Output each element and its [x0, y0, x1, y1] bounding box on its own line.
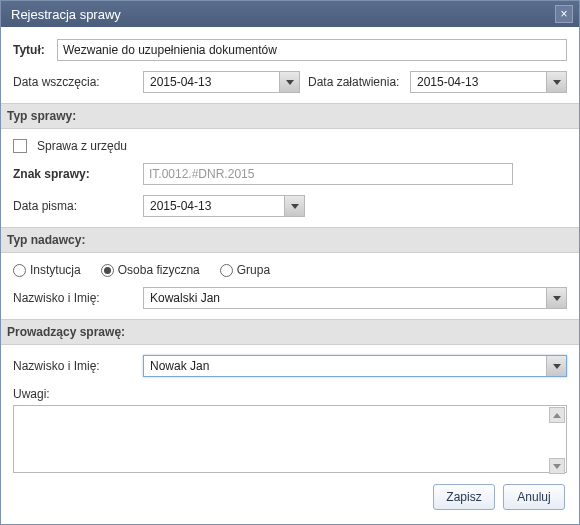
- resolve-date-input[interactable]: 2015-04-13: [410, 71, 567, 93]
- chevron-down-icon[interactable]: [546, 356, 566, 376]
- title-input[interactable]: [57, 39, 567, 61]
- content: Tytuł: Data wszczęcia: 2015-04-13 Data z…: [1, 27, 579, 474]
- start-date-input[interactable]: 2015-04-13: [143, 71, 300, 93]
- scroll-down-icon[interactable]: [549, 458, 565, 474]
- cancel-button[interactable]: Anuluj: [503, 484, 565, 510]
- office-case-label: Sprawa z urzędu: [37, 139, 127, 153]
- handler-name-combo[interactable]: Nowak Jan: [143, 355, 567, 377]
- sender-type-radiogroup: Instytucja Osoba fizyczna Grupa: [13, 263, 567, 277]
- footer: Zapisz Anuluj: [1, 474, 579, 524]
- section-sender-type: Typ nadawcy:: [1, 227, 579, 253]
- sender-name-label: Nazwisko i Imię:: [13, 291, 143, 305]
- letter-date-label: Data pisma:: [13, 199, 143, 213]
- title-label: Tytuł:: [13, 43, 57, 57]
- chevron-down-icon[interactable]: [546, 72, 566, 92]
- radio-person[interactable]: Osoba fizyczna: [101, 263, 200, 277]
- chevron-down-icon[interactable]: [284, 196, 304, 216]
- chevron-down-icon[interactable]: [546, 288, 566, 308]
- dialog: Rejestracja sprawy × Tytuł: Data wszczęc…: [0, 0, 580, 525]
- notes-textarea[interactable]: [13, 405, 567, 473]
- radio-group[interactable]: Grupa: [220, 263, 270, 277]
- save-button[interactable]: Zapisz: [433, 484, 495, 510]
- window-title: Rejestracja sprawy: [11, 7, 121, 22]
- handler-name-label: Nazwisko i Imię:: [13, 359, 143, 373]
- radio-institution[interactable]: Instytucja: [13, 263, 81, 277]
- sender-name-combo[interactable]: Kowalski Jan: [143, 287, 567, 309]
- titlebar: Rejestracja sprawy ×: [1, 1, 579, 27]
- resolve-date-label: Data załatwienia:: [300, 75, 410, 89]
- office-case-checkbox[interactable]: [13, 139, 27, 153]
- notes-label: Uwagi:: [13, 387, 143, 401]
- case-sign-label: Znak sprawy:: [13, 167, 143, 181]
- letter-date-input[interactable]: 2015-04-13: [143, 195, 305, 217]
- case-sign-input[interactable]: [143, 163, 513, 185]
- chevron-down-icon[interactable]: [279, 72, 299, 92]
- section-case-type: Typ sprawy:: [1, 103, 579, 129]
- section-handler: Prowadzący sprawę:: [1, 319, 579, 345]
- close-icon[interactable]: ×: [555, 5, 573, 23]
- start-date-label: Data wszczęcia:: [13, 75, 143, 89]
- scroll-up-icon[interactable]: [549, 407, 565, 423]
